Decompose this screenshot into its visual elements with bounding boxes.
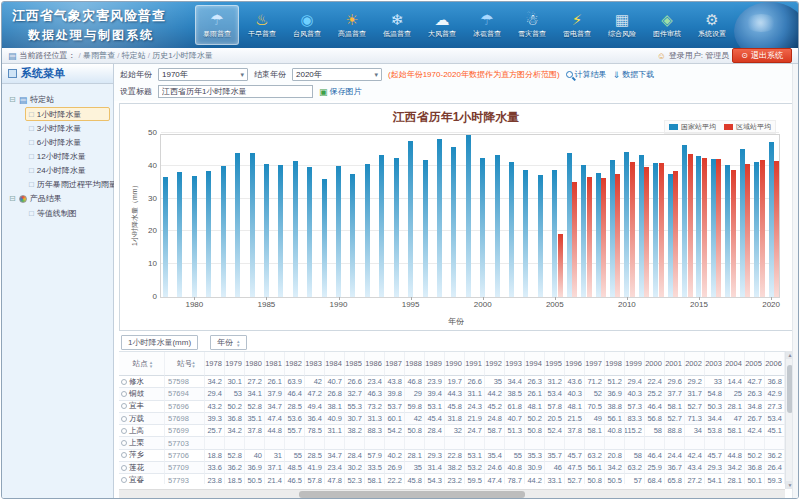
station-name-cell[interactable]: 宜春 (119, 474, 165, 484)
year-column-header[interactable]: 1986 (365, 352, 385, 376)
nav-item-高温普查[interactable]: ☀高温普查 (330, 5, 374, 45)
year-column-header[interactable]: 2004 (725, 352, 745, 376)
year-field-chip[interactable]: 年份 ▴▾ (210, 335, 247, 350)
end-year-select[interactable]: 2020年 ▾ (292, 68, 382, 81)
bar-national-1995 (408, 141, 413, 297)
nav-item-综合风险[interactable]: ▦综合风险 (600, 5, 644, 45)
table-horizontal-scrollbar[interactable] (119, 489, 785, 498)
nav-item-图件审核[interactable]: ◈图件审核 (645, 5, 689, 45)
year-column-header[interactable]: 1987 (385, 352, 405, 376)
year-column-header[interactable]: 1995 (545, 352, 565, 376)
main-scrollbar[interactable] (792, 64, 798, 498)
year-column-header[interactable]: 1982 (285, 352, 305, 376)
station-column-header[interactable]: 站点▴▾ (119, 352, 165, 376)
station-name-cell[interactable]: 铜鼓 (119, 388, 165, 400)
start-year-select[interactable]: 1970年 ▾ (158, 68, 248, 81)
station-radio[interactable] (121, 391, 127, 397)
station-radio[interactable] (121, 477, 127, 483)
year-column-header[interactable]: 2003 (705, 352, 725, 376)
breadcrumb-item[interactable]: 特定站 (122, 51, 146, 60)
table-row-上高[interactable]: 上高5769925.734.237.844.855.778.531.138.28… (119, 425, 793, 437)
station-radio[interactable] (121, 379, 127, 385)
value-cell: 26.1 (265, 376, 285, 388)
year-column-header[interactable]: 1989 (425, 352, 445, 376)
nav-item-低温普查[interactable]: ❄低温普查 (375, 5, 419, 45)
table-row-修水[interactable]: 修水5759834.230.127.226.163.94240.726.623.… (119, 376, 793, 388)
logout-button[interactable]: ⊙ 退出系统 (732, 48, 792, 63)
nav-item-雪灾普查[interactable]: ☃雪灾普查 (510, 5, 554, 45)
tree-item-6小时降水量[interactable]: □6小时降水量 (25, 135, 110, 149)
year-column-header[interactable]: 1996 (565, 352, 585, 376)
station-radio[interactable] (121, 428, 127, 434)
year-column-header[interactable]: 1983 (305, 352, 325, 376)
year-column-header[interactable]: 1980 (245, 352, 265, 376)
scrollbar-thumb[interactable] (299, 491, 525, 498)
station-name-cell[interactable]: 修水 (119, 376, 165, 388)
station-radio[interactable] (121, 452, 127, 458)
table-row-上栗[interactable]: 上栗57703 (119, 437, 793, 449)
year-column-header[interactable]: 1994 (525, 352, 545, 376)
collapse-icon[interactable]: ⊟ (9, 95, 16, 104)
station-radio[interactable] (121, 465, 127, 471)
tree-item-等值线制图[interactable]: □等值线制图 (25, 206, 110, 220)
nav-item-雷电普查[interactable]: ⚡雷电普查 (555, 5, 599, 45)
station-id-column-header[interactable]: 站号▴▾ (165, 352, 205, 376)
nav-item-台风普查[interactable]: ◉台风普查 (285, 5, 329, 45)
year-column-header[interactable]: 2001 (665, 352, 685, 376)
year-column-header[interactable]: 1979 (225, 352, 245, 376)
year-column-header[interactable]: 1997 (585, 352, 605, 376)
tree-item-历年暴雨过程平均雨量[interactable]: □历年暴雨过程平均雨量 (25, 177, 110, 191)
station-name-cell[interactable]: 万载 (119, 413, 165, 425)
year-column-header[interactable]: 1985 (345, 352, 365, 376)
year-column-header[interactable]: 1998 (605, 352, 625, 376)
year-column-header[interactable]: 1978 (205, 352, 225, 376)
tree-item-3小时降水量[interactable]: □3小时降水量 (25, 121, 110, 135)
table-row-铜鼓[interactable]: 铜鼓5769429.45334.137.946.447.226.832.746.… (119, 388, 793, 400)
data-download-button[interactable]: ⇓ 数据下载 (613, 69, 655, 80)
year-column-header[interactable]: 1984 (325, 352, 345, 376)
value-cell: 44.3 (445, 388, 465, 400)
station-radio[interactable] (121, 416, 127, 422)
nav-item-暴雨普查[interactable]: ☂暴雨普查 (195, 5, 239, 45)
year-column-header[interactable]: 1991 (465, 352, 485, 376)
nav-item-系统设置[interactable]: ⚙系统设置 (690, 5, 734, 45)
tree-item-24小时降水量[interactable]: □24小时降水量 (25, 163, 110, 177)
tree-item-1小时降水量[interactable]: □1小时降水量 (25, 107, 110, 121)
station-radio[interactable] (121, 403, 127, 409)
unit-chip[interactable]: 1小时降水量(mm) (121, 335, 198, 350)
nav-item-冰雹普查[interactable]: ☂冰雹普查 (465, 5, 509, 45)
value-cell: 42.9 (765, 388, 785, 400)
station-name-cell[interactable]: 萍乡 (119, 450, 165, 462)
year-column-header[interactable]: 1992 (485, 352, 505, 376)
station-name-cell[interactable]: 宜丰 (119, 401, 165, 413)
calculate-button[interactable]: 计算结果 (566, 69, 607, 80)
breadcrumb-item[interactable]: 历史1小时降水量 (152, 51, 212, 60)
year-column-header[interactable]: 2002 (685, 352, 705, 376)
tree-group-产品结果[interactable]: ⊟产品结果 (5, 191, 110, 206)
year-column-header[interactable]: 2006 (765, 352, 785, 376)
collapse-icon[interactable]: ⊟ (9, 194, 16, 203)
year-column-header[interactable]: 1993 (505, 352, 525, 376)
table-row-萍乡[interactable]: 萍乡5770618.852.840315528.534.728.457.940.… (119, 450, 793, 462)
year-column-header[interactable]: 1988 (405, 352, 425, 376)
breadcrumb-item[interactable]: 暴雨普查 (83, 51, 115, 60)
year-column-header[interactable]: 1990 (445, 352, 465, 376)
chart-title-input[interactable] (158, 85, 313, 98)
table-row-万载[interactable]: 万载5769839.336.835.147.453.636.440.930.73… (119, 413, 793, 425)
table-row-宜丰[interactable]: 宜丰5769643.250.252.834.728.549.438.155.37… (119, 401, 793, 413)
station-name-cell[interactable]: 上栗 (119, 437, 165, 449)
station-name-cell[interactable]: 上高 (119, 425, 165, 437)
nav-item-大风普查[interactable]: ☁大风普查 (420, 5, 464, 45)
tree-group-特定站[interactable]: ⊟▤特定站 (5, 92, 110, 107)
station-name-cell[interactable]: 莲花 (119, 462, 165, 474)
nav-item-干旱普查[interactable]: ♨干旱普查 (240, 5, 284, 45)
station-radio[interactable] (121, 440, 127, 446)
year-column-header[interactable]: 1999 (625, 352, 645, 376)
tree-item-12小时降水量[interactable]: □12小时降水量 (25, 149, 110, 163)
table-row-莲花[interactable]: 莲花5770933.636.236.937.148.541.923.430.23… (119, 462, 793, 474)
save-image-button[interactable]: ▣ 保存图片 (319, 86, 362, 97)
table-row-宜春[interactable]: 宜春5779323.818.550.521.446.557.847.852.35… (119, 474, 793, 484)
year-column-header[interactable]: 2005 (745, 352, 765, 376)
year-column-header[interactable]: 1981 (265, 352, 285, 376)
year-column-header[interactable]: 2000 (645, 352, 665, 376)
